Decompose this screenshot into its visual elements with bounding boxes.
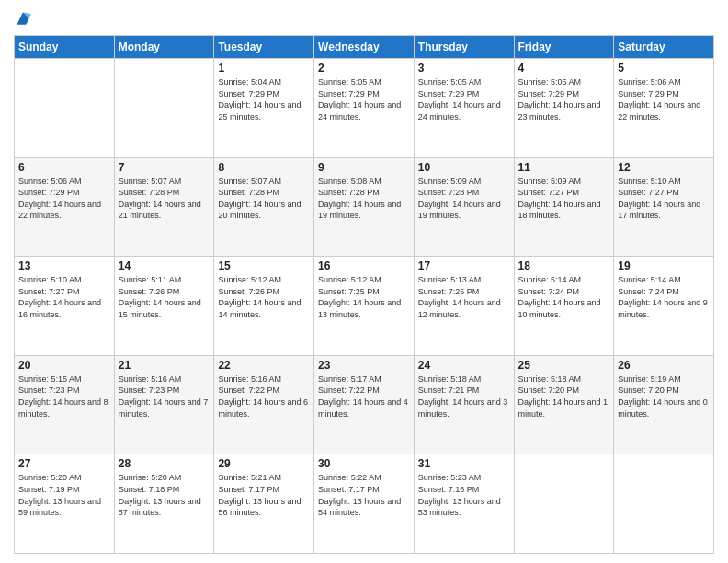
week-row-4: 20 Sunrise: 5:15 AMSunset: 7:23 PMDaylig… [15,355,714,454]
day-cell: 5 Sunrise: 5:06 AMSunset: 7:29 PMDayligh… [614,59,714,158]
day-number: 28 [119,457,210,470]
day-number: 18 [518,259,610,272]
day-cell [15,59,115,158]
weekday-friday: Friday [514,36,614,59]
day-cell [114,59,214,158]
day-number: 21 [119,359,210,372]
day-info: Sunrise: 5:14 AMSunset: 7:24 PMDaylight:… [618,275,708,319]
day-number: 8 [218,161,310,174]
day-number: 16 [318,259,410,272]
day-cell: 11 Sunrise: 5:09 AMSunset: 7:27 PMDaylig… [514,157,614,257]
day-number: 20 [18,359,110,372]
weekday-tuesday: Tuesday [214,36,314,59]
day-cell: 2 Sunrise: 5:05 AMSunset: 7:29 PMDayligh… [314,59,415,158]
day-cell: 19 Sunrise: 5:14 AMSunset: 7:24 PMDaylig… [614,257,714,356]
day-info: Sunrise: 5:06 AMSunset: 7:29 PMDaylight:… [18,177,101,221]
weekday-wednesday: Wednesday [314,36,415,59]
day-number: 3 [418,62,510,75]
day-number: 17 [418,259,510,272]
day-cell: 3 Sunrise: 5:05 AMSunset: 7:29 PMDayligh… [414,59,514,158]
day-info: Sunrise: 5:20 AMSunset: 7:19 PMDaylight:… [18,473,101,517]
day-info: Sunrise: 5:23 AMSunset: 7:16 PMDaylight:… [418,473,501,517]
day-info: Sunrise: 5:09 AMSunset: 7:27 PMDaylight:… [518,177,601,221]
day-info: Sunrise: 5:05 AMSunset: 7:29 PMDaylight:… [518,77,601,121]
day-number: 4 [518,62,610,75]
day-info: Sunrise: 5:17 AMSunset: 7:22 PMDaylight:… [318,374,408,419]
day-info: Sunrise: 5:08 AMSunset: 7:28 PMDaylight:… [318,177,401,221]
day-number: 10 [418,161,510,174]
weekday-monday: Monday [114,36,214,59]
weekday-saturday: Saturday [614,36,714,59]
day-cell: 8 Sunrise: 5:07 AMSunset: 7:28 PMDayligh… [214,157,314,257]
day-cell: 21 Sunrise: 5:16 AMSunset: 7:23 PMDaylig… [114,355,214,454]
day-info: Sunrise: 5:16 AMSunset: 7:23 PMDaylight:… [119,374,209,419]
day-number: 9 [318,161,410,174]
weekday-header-row: SundayMondayTuesdayWednesdayThursdayFrid… [15,36,714,59]
day-number: 15 [218,259,310,272]
day-number: 31 [418,457,510,470]
day-info: Sunrise: 5:14 AMSunset: 7:24 PMDaylight:… [518,275,601,319]
day-info: Sunrise: 5:10 AMSunset: 7:27 PMDaylight:… [18,275,101,319]
day-number: 13 [18,259,110,272]
logo [14,9,36,28]
day-number: 23 [318,359,410,372]
day-number: 25 [518,359,610,372]
day-info: Sunrise: 5:05 AMSunset: 7:29 PMDaylight:… [318,77,401,121]
day-cell: 20 Sunrise: 5:15 AMSunset: 7:23 PMDaylig… [15,355,115,454]
day-cell: 1 Sunrise: 5:04 AMSunset: 7:29 PMDayligh… [214,59,314,158]
day-info: Sunrise: 5:04 AMSunset: 7:29 PMDaylight:… [218,77,301,121]
day-number: 7 [119,161,210,174]
weekday-sunday: Sunday [15,36,115,59]
day-cell: 14 Sunrise: 5:11 AMSunset: 7:26 PMDaylig… [114,257,214,356]
day-info: Sunrise: 5:22 AMSunset: 7:17 PMDaylight:… [318,473,401,517]
week-row-2: 6 Sunrise: 5:06 AMSunset: 7:29 PMDayligh… [15,157,714,257]
day-info: Sunrise: 5:12 AMSunset: 7:26 PMDaylight:… [218,275,301,319]
day-number: 2 [318,62,410,75]
week-row-1: 1 Sunrise: 5:04 AMSunset: 7:29 PMDayligh… [15,59,714,158]
day-info: Sunrise: 5:06 AMSunset: 7:29 PMDaylight:… [618,77,700,121]
day-info: Sunrise: 5:20 AMSunset: 7:18 PMDaylight:… [119,473,201,517]
day-number: 24 [418,359,510,372]
day-cell: 12 Sunrise: 5:10 AMSunset: 7:27 PMDaylig… [614,157,714,257]
day-cell: 17 Sunrise: 5:13 AMSunset: 7:25 PMDaylig… [414,257,514,356]
day-cell: 7 Sunrise: 5:07 AMSunset: 7:28 PMDayligh… [114,157,214,257]
day-cell: 22 Sunrise: 5:16 AMSunset: 7:22 PMDaylig… [214,355,314,454]
day-info: Sunrise: 5:19 AMSunset: 7:20 PMDaylight:… [618,374,708,419]
week-row-5: 27 Sunrise: 5:20 AMSunset: 7:19 PMDaylig… [15,454,714,554]
day-info: Sunrise: 5:13 AMSunset: 7:25 PMDaylight:… [418,275,501,319]
day-cell: 26 Sunrise: 5:19 AMSunset: 7:20 PMDaylig… [614,355,714,454]
week-row-3: 13 Sunrise: 5:10 AMSunset: 7:27 PMDaylig… [15,257,714,356]
day-info: Sunrise: 5:11 AMSunset: 7:26 PMDaylight:… [119,275,201,319]
day-cell: 27 Sunrise: 5:20 AMSunset: 7:19 PMDaylig… [15,454,115,554]
header [14,9,714,28]
day-cell: 23 Sunrise: 5:17 AMSunset: 7:22 PMDaylig… [314,355,415,454]
day-cell: 4 Sunrise: 5:05 AMSunset: 7:29 PMDayligh… [514,59,614,158]
day-cell: 28 Sunrise: 5:20 AMSunset: 7:18 PMDaylig… [114,454,214,554]
day-number: 19 [618,259,710,272]
day-info: Sunrise: 5:12 AMSunset: 7:25 PMDaylight:… [318,275,401,319]
day-info: Sunrise: 5:10 AMSunset: 7:27 PMDaylight:… [618,177,700,221]
day-info: Sunrise: 5:21 AMSunset: 7:17 PMDaylight:… [218,473,301,517]
day-info: Sunrise: 5:09 AMSunset: 7:28 PMDaylight:… [418,177,501,221]
day-cell: 31 Sunrise: 5:23 AMSunset: 7:16 PMDaylig… [414,454,514,554]
day-number: 11 [518,161,610,174]
day-info: Sunrise: 5:07 AMSunset: 7:28 PMDaylight:… [119,177,201,221]
day-number: 1 [218,62,310,75]
day-number: 27 [18,457,110,470]
day-cell: 15 Sunrise: 5:12 AMSunset: 7:26 PMDaylig… [214,257,314,356]
day-number: 29 [218,457,310,470]
day-number: 12 [618,161,710,174]
day-cell [514,454,614,554]
day-cell: 18 Sunrise: 5:14 AMSunset: 7:24 PMDaylig… [514,257,614,356]
day-info: Sunrise: 5:15 AMSunset: 7:23 PMDaylight:… [18,374,108,419]
day-number: 22 [218,359,310,372]
day-info: Sunrise: 5:16 AMSunset: 7:22 PMDaylight:… [218,374,308,419]
day-cell [614,454,714,554]
day-info: Sunrise: 5:18 AMSunset: 7:21 PMDaylight:… [418,374,508,419]
day-cell: 13 Sunrise: 5:10 AMSunset: 7:27 PMDaylig… [15,257,115,356]
day-cell: 6 Sunrise: 5:06 AMSunset: 7:29 PMDayligh… [15,157,115,257]
day-info: Sunrise: 5:05 AMSunset: 7:29 PMDaylight:… [418,77,501,121]
day-number: 14 [119,259,210,272]
day-info: Sunrise: 5:18 AMSunset: 7:20 PMDaylight:… [518,374,609,419]
weekday-thursday: Thursday [414,36,514,59]
